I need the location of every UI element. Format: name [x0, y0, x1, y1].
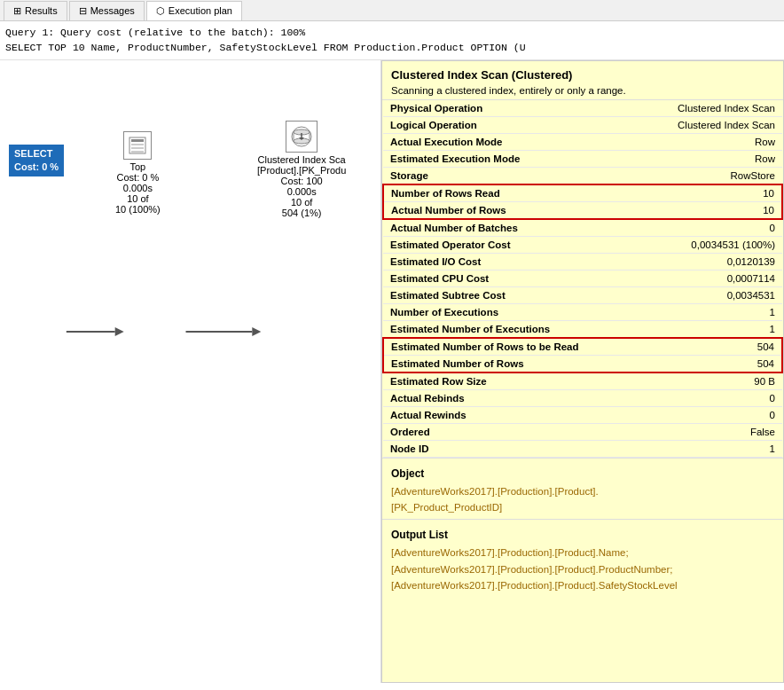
- table-row: Actual Number of Rows10: [383, 201, 782, 219]
- ci-rows2: 504 (1%): [282, 208, 322, 218]
- table-row: OrderedFalse: [383, 423, 782, 440]
- plan-icon: ⬡: [156, 5, 165, 17]
- tab-plan-label: Execution plan: [169, 5, 232, 16]
- top-node-time: 0.000s: [123, 183, 153, 193]
- ci-icon: [286, 121, 318, 153]
- table-row: Actual Rebinds0: [383, 389, 782, 406]
- svg-rect-5: [131, 139, 144, 142]
- table-row: Estimated Row Size90 B: [383, 372, 782, 390]
- table-row: Estimated I/O Cost0,0120139: [383, 253, 782, 270]
- ci-label: Clustered Index Sca: [258, 154, 346, 165]
- object-label: Object: [391, 467, 774, 480]
- table-row: Node ID1: [383, 440, 782, 457]
- messages-icon: ⊟: [79, 5, 87, 17]
- tab-results[interactable]: ⊞ Results: [4, 1, 67, 20]
- ci-rows: 10 of: [291, 197, 312, 208]
- svg-rect-6: [131, 144, 144, 145]
- select-node[interactable]: SELECT Cost: 0 %: [9, 145, 64, 177]
- tab-execution-plan[interactable]: ⬡ Execution plan: [146, 1, 242, 20]
- table-row: Estimated Operator Cost0,0034531 (100%): [383, 236, 782, 253]
- table-row: Estimated Number of Executions1: [383, 320, 782, 338]
- tab-bar: ⊞ Results ⊟ Messages ⬡ Execution plan: [0, 0, 784, 21]
- table-row: StorageRowStore: [383, 167, 782, 184]
- select-label: SELECT: [14, 147, 59, 161]
- query-info: Query 1: Query cost (relative to the bat…: [0, 21, 784, 60]
- top-node-rows: 10 of: [127, 193, 148, 204]
- properties-table: Physical OperationClustered Index ScanLo…: [382, 100, 783, 458]
- top-icon: [123, 131, 152, 160]
- output-section: Output List [AdventureWorks2017].[Produc…: [382, 519, 783, 597]
- ci-node[interactable]: Clustered Index Sca [Product].[PK_Produ …: [257, 121, 346, 218]
- object-value: [AdventureWorks2017].[Production].[Produ…: [391, 483, 774, 516]
- table-row: Physical OperationClustered Index Scan: [383, 100, 782, 117]
- tab-messages-label: Messages: [90, 5, 135, 16]
- tooltip-header: Clustered Index Scan (Clustered) Scannin…: [382, 61, 783, 100]
- select-cost: Cost: 0 %: [14, 161, 59, 174]
- svg-rect-8: [131, 151, 144, 153]
- tooltip-title: Clustered Index Scan (Clustered): [391, 68, 774, 82]
- table-row: Estimated Number of Rows to be Read504: [383, 338, 782, 356]
- tooltip-subtitle: Scanning a clustered index, entirely or …: [391, 85, 774, 96]
- output-label: Output List: [391, 529, 774, 541]
- table-row: Estimated CPU Cost0,0007114: [383, 270, 782, 286]
- tooltip-panel: Clustered Index Scan (Clustered) Scannin…: [381, 60, 784, 683]
- table-row: Actual Execution ModeRow: [383, 133, 782, 150]
- table-row: Estimated Number of Rows504: [383, 355, 782, 372]
- ci-sublabel: [Product].[PK_Produ: [257, 165, 346, 176]
- table-row: Actual Number of Batches0: [383, 219, 782, 237]
- query-line2: SELECT TOP 10 Name, ProductNumber, Safet…: [5, 40, 779, 55]
- table-row: Logical OperationClustered Index Scan: [383, 116, 782, 133]
- results-icon: ⊞: [13, 5, 21, 17]
- table-row: Estimated Subtree Cost0,0034531: [383, 286, 782, 303]
- query-line1: Query 1: Query cost (relative to the bat…: [5, 25, 779, 40]
- top-node[interactable]: Top Cost: 0 % 0.000s 10 of 10 (100%): [115, 131, 161, 215]
- table-row: Number of Rows Read10: [383, 184, 782, 202]
- object-section: Object [AdventureWorks2017].[Production]…: [382, 458, 783, 520]
- tab-results-label: Results: [25, 5, 58, 16]
- tab-messages[interactable]: ⊟ Messages: [69, 1, 145, 20]
- svg-marker-3: [252, 327, 261, 336]
- table-row: Estimated Execution ModeRow: [383, 150, 782, 167]
- svg-rect-7: [131, 147, 144, 149]
- top-node-rows2: 10 (100%): [115, 204, 161, 215]
- ci-time: 0.000s: [287, 186, 317, 197]
- top-node-cost: Cost: 0 %: [117, 172, 160, 183]
- table-row: Actual Rewinds0: [383, 406, 782, 423]
- main-content: SELECT Cost: 0 % Top Cost: 0 % 0.000s 10…: [0, 60, 784, 683]
- table-row: Number of Executions1: [383, 303, 782, 320]
- output-values: [AdventureWorks2017].[Production].[Produ…: [391, 545, 774, 593]
- svg-marker-1: [115, 327, 124, 336]
- ci-cost: Cost: 100: [281, 176, 323, 186]
- top-node-label: Top: [130, 161, 146, 172]
- plan-area: SELECT Cost: 0 % Top Cost: 0 % 0.000s 10…: [0, 60, 381, 683]
